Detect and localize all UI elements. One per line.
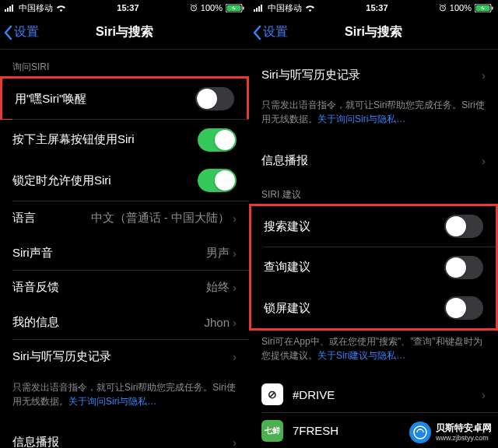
wifi-icon xyxy=(305,5,315,12)
row-search-sugg[interactable]: 搜索建议 xyxy=(251,206,496,247)
battery-pct: 100% xyxy=(201,3,223,12)
toggle-locked[interactable] xyxy=(198,169,237,192)
label: 信息播报 xyxy=(261,153,308,168)
label: 语言 xyxy=(12,211,36,226)
battery-pct: 100% xyxy=(450,3,472,12)
chevron-right-icon: › xyxy=(233,247,237,260)
app-icon-7fresh: 七鲜 xyxy=(261,420,283,442)
alarm-icon xyxy=(439,4,447,12)
left-screenshot: 中国移动 15:37 100% 设置 Siri与搜索 询问SIRI 用"嘿Sir… xyxy=(0,0,249,448)
carrier: 中国移动 xyxy=(268,2,302,14)
wifi-icon xyxy=(56,5,66,12)
nav-bar: 设置 Siri与搜索 xyxy=(0,16,249,50)
footer-suggestions: Siri可在App中、或在您使用"搜索"、"查询"和键盘时为您提供建议。关于Si… xyxy=(249,328,498,369)
chevron-right-icon: › xyxy=(233,281,237,294)
right-screenshot: 中国移动 15:37 100% 设置 Siri与搜索 Siri与听写历史记录 ›… xyxy=(249,0,498,448)
row-history[interactable]: Siri与听写历史记录 › xyxy=(249,58,498,92)
label: 按下主屏幕按钮使用Siri xyxy=(12,132,135,147)
toggle-hey-siri[interactable] xyxy=(195,87,234,110)
alarm-icon xyxy=(190,4,198,12)
carrier: 中国移动 xyxy=(19,2,53,14)
row-press-home[interactable]: 按下主屏幕按钮使用Siri xyxy=(0,120,249,160)
toggle-press-home[interactable] xyxy=(198,128,237,152)
highlight-hey-siri: 用"嘿Siri"唤醒 xyxy=(0,76,249,121)
footer-ask-siri: 只需发出语音指令，就可让Siri帮助您完成任务。Siri使用无线数据。关于询问S… xyxy=(249,92,498,132)
battery-icon xyxy=(226,4,244,12)
privacy-link[interactable]: 关于询问Siri与隐私… xyxy=(68,396,156,407)
svg-rect-7 xyxy=(243,6,244,9)
svg-rect-10 xyxy=(258,6,260,12)
privacy-link[interactable]: 关于询问Siri与隐私… xyxy=(317,114,405,124)
label: 查询建议 xyxy=(264,260,310,275)
svg-rect-0 xyxy=(5,9,6,12)
back-button[interactable]: 设置 xyxy=(0,24,39,40)
label: 锁定时允许使用Siri xyxy=(12,173,111,188)
sugg-privacy-link[interactable]: 关于Siri建议与隐私… xyxy=(317,350,405,361)
row-locked[interactable]: 锁定时允许使用Siri xyxy=(0,160,249,201)
row-hey-siri[interactable]: 用"嘿Siri"唤醒 xyxy=(2,79,247,119)
watermark: 贝斯特安卓网www.zjbstyy.com xyxy=(409,422,492,443)
chevron-right-icon: › xyxy=(233,436,237,448)
label: Siri与听写历史记录 xyxy=(261,68,360,82)
toggle-search-sugg[interactable] xyxy=(444,215,483,238)
signal-icon xyxy=(5,4,16,12)
chevron-right-icon: › xyxy=(233,316,237,329)
row-lookup-sugg[interactable]: 查询建议 xyxy=(251,247,496,288)
label: 语音反馈 xyxy=(12,280,59,295)
chevron-left-icon xyxy=(3,25,12,40)
label: 用"嘿Siri"唤醒 xyxy=(15,92,86,107)
clock: 15:37 xyxy=(117,3,139,12)
label: 信息播报 xyxy=(12,435,59,448)
svg-rect-2 xyxy=(9,6,11,12)
label: Siri声音 xyxy=(12,246,53,261)
svg-rect-3 xyxy=(12,5,13,12)
row-broadcast[interactable]: 信息播报 › xyxy=(249,143,498,177)
clock: 15:37 xyxy=(366,3,388,12)
row-lock-sugg[interactable]: 锁屏建议 xyxy=(251,288,496,328)
svg-rect-15 xyxy=(492,6,493,9)
chevron-left-icon xyxy=(252,25,261,40)
svg-rect-1 xyxy=(7,8,9,12)
toggle-lock-sugg[interactable] xyxy=(444,296,483,320)
watermark-logo-icon xyxy=(409,422,431,443)
signal-icon xyxy=(254,4,265,12)
app-icon-drive: ⊘ xyxy=(261,383,283,405)
row-feedback[interactable]: 语音反馈 始终› xyxy=(0,271,249,305)
label: 锁屏建议 xyxy=(264,301,310,316)
svg-rect-8 xyxy=(254,9,255,12)
row-myinfo[interactable]: 我的信息 Jhon› xyxy=(0,305,249,339)
svg-rect-9 xyxy=(256,8,258,12)
highlight-suggestions: 搜索建议 查询建议 锁屏建议 xyxy=(249,204,498,331)
back-button[interactable]: 设置 xyxy=(249,24,288,40)
label: 我的信息 xyxy=(12,315,59,330)
status-bar: 中国移动 15:37 100% xyxy=(0,0,249,16)
status-bar: 中国移动 15:37 100% xyxy=(249,0,498,16)
row-broadcast[interactable]: 信息播报 › xyxy=(0,425,249,449)
nav-bar: 设置 Siri与搜索 xyxy=(249,16,498,50)
label: Siri与听写历史记录 xyxy=(12,349,111,364)
app-row-drive[interactable]: ⊘ #DRIVE › xyxy=(249,376,498,412)
ask-siri-header: 询问SIRI xyxy=(0,50,249,79)
footer-ask-siri: 只需发出语音指令，就可让Siri帮助您完成任务。Siri使用无线数据。关于询问S… xyxy=(0,374,249,415)
row-history[interactable]: Siri与听写历史记录 › xyxy=(0,340,249,374)
row-voice[interactable]: Siri声音 男声› xyxy=(0,236,249,270)
chevron-right-icon: › xyxy=(482,388,486,401)
siri-suggestions-header: SIRI 建议 xyxy=(249,177,498,206)
chevron-right-icon: › xyxy=(233,212,237,225)
chevron-right-icon: › xyxy=(233,350,237,363)
chevron-right-icon: › xyxy=(482,154,486,167)
chevron-right-icon: › xyxy=(482,68,486,82)
toggle-lookup-sugg[interactable] xyxy=(444,256,483,279)
svg-point-16 xyxy=(414,426,426,439)
battery-icon xyxy=(475,4,493,12)
label: 搜索建议 xyxy=(264,219,310,234)
svg-rect-11 xyxy=(261,5,262,12)
row-language[interactable]: 语言 中文（普通话 - 中国大陆）› xyxy=(0,201,249,236)
